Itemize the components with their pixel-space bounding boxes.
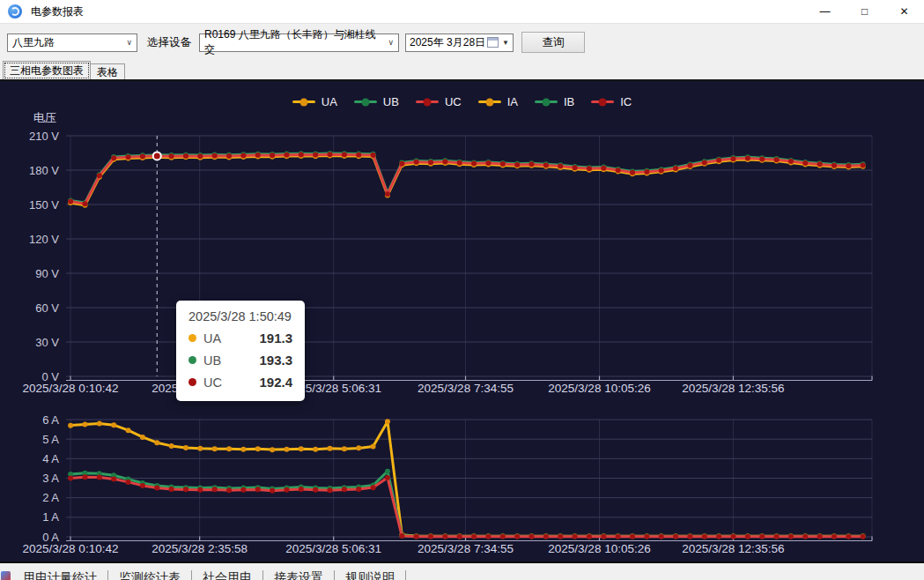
legend-line-icon	[354, 100, 377, 103]
svg-text:150 V: 150 V	[29, 198, 59, 212]
svg-text:6 A: 6 A	[42, 413, 59, 427]
bottom-clipped-tabs: 用电计量统计监测统计表社会用电接表设置规则说明	[12, 570, 406, 580]
date-picker[interactable]: 2025年 3月28日 ▼	[405, 33, 514, 52]
tooltip-dot-icon	[188, 334, 196, 342]
voltage-current-chart[interactable]: 210 V180 V150 V120 V90 V60 V30 V0 V2025/…	[0, 81, 924, 563]
maximize-button[interactable]: □	[845, 0, 884, 23]
tooltip-series-label: UA	[203, 331, 221, 346]
bottom-tab[interactable]: 接表设置	[263, 570, 335, 580]
legend-dot-icon	[542, 98, 550, 106]
tooltip-row-ub: UB193.3	[188, 353, 292, 368]
svg-text:2025/3/28 7:34:55: 2025/3/28 7:34:55	[418, 382, 514, 395]
station-select-value: 八里九路	[12, 35, 55, 50]
tooltip-dot-icon	[188, 378, 196, 386]
bottom-tab[interactable]: 规则说明	[335, 570, 406, 580]
svg-text:2025/3/28 10:05:26: 2025/3/28 10:05:26	[548, 382, 650, 395]
legend-dot-icon	[423, 98, 431, 106]
legend-line-icon	[478, 100, 501, 103]
svg-text:3 A: 3 A	[42, 472, 59, 485]
legend-item-ic[interactable]: IC	[591, 95, 632, 108]
legend-label: IC	[620, 95, 632, 108]
bottom-tab[interactable]: 社会用电	[192, 570, 263, 580]
svg-text:120 V: 120 V	[29, 233, 59, 246]
voltage-axis-title: 电压	[33, 110, 56, 126]
chart-legend: UAUBUCIAIBIC	[0, 95, 924, 108]
tooltip-series-value: 191.3	[259, 331, 292, 346]
legend-item-ia[interactable]: IA	[478, 95, 518, 108]
chart-tooltip: 2025/3/28 1:50:49 UA191.3UB193.3UC192.4	[176, 301, 305, 401]
date-picker-value: 2025年 3月28日	[410, 35, 485, 50]
legend-item-uc[interactable]: UC	[416, 95, 462, 108]
svg-text:180 V: 180 V	[29, 164, 59, 177]
legend-line-icon	[292, 100, 315, 103]
legend-label: IA	[507, 95, 518, 108]
window-title: 电参数报表	[31, 4, 84, 19]
tab-three-phase-chart[interactable]: 三相电参数图表	[3, 61, 91, 80]
svg-text:2025/3/28 12:35:56: 2025/3/28 12:35:56	[682, 382, 784, 395]
legend-label: IB	[564, 95, 574, 108]
legend-label: UB	[383, 95, 399, 108]
tooltip-timestamp: 2025/3/28 1:50:49	[188, 309, 292, 323]
app-icon	[8, 4, 22, 19]
svg-text:2025/3/28 0:10:42: 2025/3/28 0:10:42	[23, 382, 119, 395]
legend-label: UA	[322, 95, 337, 108]
device-label: 选择设备	[147, 35, 191, 50]
dropdown-arrow-icon: ▼	[502, 39, 509, 47]
svg-text:2025/3/28 12:35:56: 2025/3/28 12:35:56	[682, 542, 784, 555]
legend-line-icon	[416, 100, 439, 103]
svg-text:2 A: 2 A	[42, 491, 59, 504]
svg-text:2025/3/28 10:05:26: 2025/3/28 10:05:26	[548, 542, 650, 555]
legend-line-icon	[535, 100, 558, 103]
chart-panel: UAUBUCIAIBIC 电压 210 V180 V150 V120 V90 V…	[0, 79, 924, 563]
tab-strip: 三相电参数图表 表格	[0, 61, 924, 80]
svg-text:210 V: 210 V	[29, 130, 59, 143]
titlebar: 电参数报表 — □ ✕	[0, 0, 924, 23]
bottom-strip-icon	[1, 571, 11, 580]
tooltip-dot-icon	[188, 356, 196, 364]
close-button[interactable]: ✕	[884, 0, 924, 23]
svg-text:4 A: 4 A	[42, 452, 59, 465]
device-select-value: R0169 八里九路（长丰路）与湘桂线交	[204, 27, 384, 57]
svg-text:2025/3/28 5:06:31: 2025/3/28 5:06:31	[285, 542, 381, 555]
toolbar: 八里九路 ∨ 选择设备 R0169 八里九路（长丰路）与湘桂线交 ∨ 2025年…	[0, 23, 924, 61]
tooltip-row-uc: UC192.4	[188, 375, 292, 390]
station-select[interactable]: 八里九路 ∨	[7, 33, 137, 52]
legend-line-icon	[591, 100, 614, 103]
tooltip-series-label: UB	[203, 353, 221, 368]
svg-text:60 V: 60 V	[35, 301, 59, 315]
bottom-strip: 用电计量统计监测统计表社会用电接表设置规则说明	[0, 561, 924, 580]
app-window: 电参数报表 — □ ✕ 八里九路 ∨ 选择设备 R0169 八里九路（长丰路）与…	[0, 0, 924, 580]
svg-text:1 A: 1 A	[42, 510, 59, 524]
tooltip-series-value: 193.3	[259, 353, 292, 368]
svg-text:2025/3/28 0:10:42: 2025/3/28 0:10:42	[23, 542, 119, 555]
svg-text:30 V: 30 V	[35, 336, 59, 349]
tooltip-series-value: 192.4	[259, 375, 292, 390]
legend-dot-icon	[361, 98, 369, 106]
legend-item-ib[interactable]: IB	[535, 95, 574, 108]
minimize-button[interactable]: —	[805, 0, 845, 23]
svg-text:90 V: 90 V	[35, 267, 59, 280]
legend-dot-icon	[299, 98, 307, 106]
svg-text:5 A: 5 A	[42, 433, 59, 446]
legend-item-ua[interactable]: UA	[292, 95, 337, 108]
calendar-icon	[487, 37, 499, 48]
legend-item-ub[interactable]: UB	[354, 95, 399, 108]
chevron-down-icon: ∨	[384, 38, 394, 47]
tooltip-rows: UA191.3UB193.3UC192.4	[188, 331, 292, 390]
query-button[interactable]: 查询	[521, 32, 585, 53]
tab-table[interactable]: 表格	[91, 63, 125, 80]
chevron-down-icon: ∨	[122, 38, 132, 47]
bottom-tab[interactable]: 用电计量统计	[12, 570, 108, 580]
bottom-tab[interactable]: 监测统计表	[108, 570, 192, 580]
svg-text:2025/3/28 2:35:58: 2025/3/28 2:35:58	[152, 542, 248, 555]
svg-text:2025/3/28 7:34:55: 2025/3/28 7:34:55	[418, 542, 514, 555]
tooltip-row-ua: UA191.3	[188, 331, 292, 346]
legend-label: UC	[445, 95, 462, 108]
legend-dot-icon	[485, 98, 493, 106]
device-select[interactable]: R0169 八里九路（长丰路）与湘桂线交 ∨	[199, 33, 399, 52]
window-controls: — □ ✕	[805, 0, 924, 23]
legend-dot-icon	[599, 98, 607, 106]
tooltip-series-label: UC	[203, 376, 222, 390]
